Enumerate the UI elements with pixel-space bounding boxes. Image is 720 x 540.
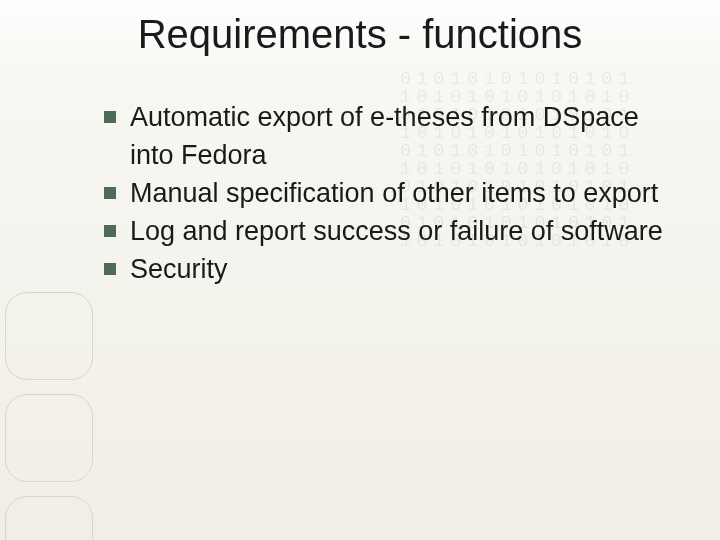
- bullet-text: Manual specification of other items to e…: [130, 174, 658, 212]
- decorative-square-1: [5, 292, 93, 380]
- decorative-square-2: [5, 394, 93, 482]
- list-item: Manual specification of other items to e…: [104, 174, 664, 212]
- bullet-text: Log and report success or failure of sof…: [130, 212, 663, 250]
- bullet-square-icon: [104, 263, 116, 275]
- list-item: Automatic export of e-theses from DSpace…: [104, 98, 664, 174]
- bullet-text: Security: [130, 250, 228, 288]
- list-item: Security: [104, 250, 664, 288]
- bullet-square-icon: [104, 187, 116, 199]
- bullet-square-icon: [104, 111, 116, 123]
- bullet-text: Automatic export of e-theses from DSpace…: [130, 98, 664, 174]
- bullet-list: Automatic export of e-theses from DSpace…: [104, 98, 664, 288]
- list-item: Log and report success or failure of sof…: [104, 212, 664, 250]
- slide: 01010101010101 10101010101010 0101010101…: [0, 0, 720, 540]
- decorative-square-3: [5, 496, 93, 540]
- bullet-square-icon: [104, 225, 116, 237]
- slide-title: Requirements - functions: [0, 12, 720, 57]
